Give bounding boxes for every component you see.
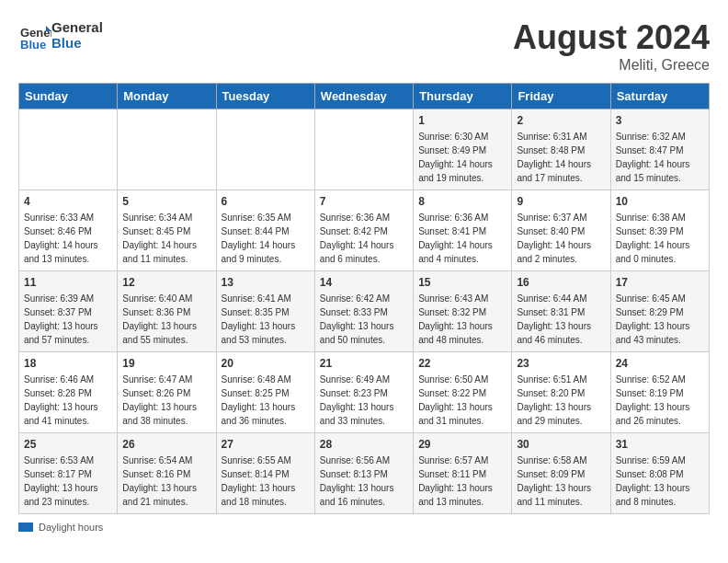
day-info: Sunrise: 6:36 AMSunset: 8:41 PMDaylight:… [418, 211, 506, 266]
main-title: August 2024 [513, 18, 710, 57]
day-number: 1 [418, 114, 506, 127]
day-info: Sunrise: 6:57 AMSunset: 8:11 PMDaylight:… [418, 454, 506, 509]
week-row-2: 4Sunrise: 6:33 AMSunset: 8:46 PMDaylight… [19, 190, 710, 271]
day-cell: 23Sunrise: 6:51 AMSunset: 8:20 PMDayligh… [512, 352, 610, 433]
day-number: 2 [517, 114, 605, 127]
subtitle: Meliti, Greece [513, 57, 710, 74]
day-cell: 26Sunrise: 6:54 AMSunset: 8:16 PMDayligh… [118, 433, 216, 514]
day-number: 19 [122, 357, 210, 370]
day-cell [216, 109, 314, 190]
daylight-legend-box [18, 523, 33, 532]
day-cell: 25Sunrise: 6:53 AMSunset: 8:17 PMDayligh… [19, 433, 118, 514]
day-number: 13 [222, 276, 310, 289]
header-wednesday: Wednesday [314, 84, 413, 109]
day-cell [19, 109, 118, 190]
day-info: Sunrise: 6:32 AMSunset: 8:47 PMDaylight:… [616, 130, 704, 185]
day-cell: 29Sunrise: 6:57 AMSunset: 8:11 PMDayligh… [414, 433, 512, 514]
day-info: Sunrise: 6:48 AMSunset: 8:25 PMDaylight:… [222, 373, 310, 428]
logo-line2: Blue [51, 35, 103, 51]
day-number: 20 [222, 357, 310, 370]
logo: General Blue General Blue [18, 18, 103, 52]
day-info: Sunrise: 6:39 AMSunset: 8:37 PMDaylight:… [24, 292, 112, 347]
day-cell: 22Sunrise: 6:50 AMSunset: 8:22 PMDayligh… [414, 352, 512, 433]
day-cell: 19Sunrise: 6:47 AMSunset: 8:26 PMDayligh… [118, 352, 216, 433]
day-cell: 1Sunrise: 6:30 AMSunset: 8:49 PMDaylight… [414, 109, 512, 190]
day-cell: 10Sunrise: 6:38 AMSunset: 8:39 PMDayligh… [610, 190, 709, 271]
day-cell [314, 109, 413, 190]
week-row-5: 25Sunrise: 6:53 AMSunset: 8:17 PMDayligh… [19, 433, 710, 514]
day-number: 14 [320, 276, 408, 289]
day-cell: 8Sunrise: 6:36 AMSunset: 8:41 PMDaylight… [414, 190, 512, 271]
day-cell: 16Sunrise: 6:44 AMSunset: 8:31 PMDayligh… [512, 271, 610, 352]
day-cell: 28Sunrise: 6:56 AMSunset: 8:13 PMDayligh… [314, 433, 413, 514]
day-cell: 9Sunrise: 6:37 AMSunset: 8:40 PMDaylight… [512, 190, 610, 271]
day-cell: 11Sunrise: 6:39 AMSunset: 8:37 PMDayligh… [19, 271, 118, 352]
day-cell: 6Sunrise: 6:35 AMSunset: 8:44 PMDaylight… [216, 190, 314, 271]
day-cell: 4Sunrise: 6:33 AMSunset: 8:46 PMDaylight… [19, 190, 118, 271]
day-info: Sunrise: 6:53 AMSunset: 8:17 PMDaylight:… [24, 454, 112, 509]
header-monday: Monday [118, 84, 216, 109]
day-info: Sunrise: 6:38 AMSunset: 8:39 PMDaylight:… [616, 211, 704, 266]
day-info: Sunrise: 6:55 AMSunset: 8:14 PMDaylight:… [222, 454, 310, 509]
day-info: Sunrise: 6:44 AMSunset: 8:31 PMDaylight:… [517, 292, 605, 347]
day-cell: 3Sunrise: 6:32 AMSunset: 8:47 PMDaylight… [610, 109, 709, 190]
day-cell: 13Sunrise: 6:41 AMSunset: 8:35 PMDayligh… [216, 271, 314, 352]
day-info: Sunrise: 6:59 AMSunset: 8:08 PMDaylight:… [616, 454, 704, 509]
day-number: 4 [24, 195, 112, 208]
header-sunday: Sunday [19, 84, 118, 109]
calendar-table: SundayMondayTuesdayWednesdayThursdayFrid… [18, 83, 710, 514]
day-cell [118, 109, 216, 190]
day-info: Sunrise: 6:45 AMSunset: 8:29 PMDaylight:… [616, 292, 704, 347]
day-info: Sunrise: 6:30 AMSunset: 8:49 PMDaylight:… [418, 130, 506, 185]
day-cell: 2Sunrise: 6:31 AMSunset: 8:48 PMDaylight… [512, 109, 610, 190]
day-info: Sunrise: 6:35 AMSunset: 8:44 PMDaylight:… [222, 211, 310, 266]
day-cell: 5Sunrise: 6:34 AMSunset: 8:45 PMDaylight… [118, 190, 216, 271]
day-info: Sunrise: 6:50 AMSunset: 8:22 PMDaylight:… [418, 373, 506, 428]
day-number: 21 [320, 357, 408, 370]
day-info: Sunrise: 6:58 AMSunset: 8:09 PMDaylight:… [517, 454, 605, 509]
page-header: General Blue General Blue August 2024 Me… [18, 18, 710, 74]
day-info: Sunrise: 6:37 AMSunset: 8:40 PMDaylight:… [517, 211, 605, 266]
day-number: 7 [320, 195, 408, 208]
day-number: 25 [24, 438, 112, 451]
day-cell: 15Sunrise: 6:43 AMSunset: 8:32 PMDayligh… [414, 271, 512, 352]
header-tuesday: Tuesday [216, 84, 314, 109]
day-number: 22 [418, 357, 506, 370]
header-saturday: Saturday [610, 84, 709, 109]
day-number: 29 [418, 438, 506, 451]
day-number: 16 [517, 276, 605, 289]
day-number: 31 [616, 438, 704, 451]
week-row-4: 18Sunrise: 6:46 AMSunset: 8:28 PMDayligh… [19, 352, 710, 433]
day-number: 28 [320, 438, 408, 451]
logo-line1: General [51, 19, 103, 35]
day-cell: 14Sunrise: 6:42 AMSunset: 8:33 PMDayligh… [314, 271, 413, 352]
day-number: 15 [418, 276, 506, 289]
day-number: 12 [122, 276, 210, 289]
day-info: Sunrise: 6:33 AMSunset: 8:46 PMDaylight:… [24, 211, 112, 266]
header-thursday: Thursday [414, 84, 512, 109]
day-number: 24 [616, 357, 704, 370]
day-info: Sunrise: 6:49 AMSunset: 8:23 PMDaylight:… [320, 373, 408, 428]
day-info: Sunrise: 6:56 AMSunset: 8:13 PMDaylight:… [320, 454, 408, 509]
title-block: August 2024 Meliti, Greece [513, 18, 710, 74]
day-cell: 18Sunrise: 6:46 AMSunset: 8:28 PMDayligh… [19, 352, 118, 433]
day-number: 10 [616, 195, 704, 208]
day-cell: 24Sunrise: 6:52 AMSunset: 8:19 PMDayligh… [610, 352, 709, 433]
day-cell: 21Sunrise: 6:49 AMSunset: 8:23 PMDayligh… [314, 352, 413, 433]
day-info: Sunrise: 6:46 AMSunset: 8:28 PMDaylight:… [24, 373, 112, 428]
day-number: 26 [122, 438, 210, 451]
day-number: 30 [517, 438, 605, 451]
day-number: 6 [222, 195, 310, 208]
day-info: Sunrise: 6:36 AMSunset: 8:42 PMDaylight:… [320, 211, 408, 266]
day-number: 5 [122, 195, 210, 208]
footer: Daylight hours [18, 522, 710, 533]
day-number: 18 [24, 357, 112, 370]
svg-text:Blue: Blue [20, 38, 46, 52]
day-cell: 12Sunrise: 6:40 AMSunset: 8:36 PMDayligh… [118, 271, 216, 352]
day-info: Sunrise: 6:47 AMSunset: 8:26 PMDaylight:… [122, 373, 210, 428]
day-info: Sunrise: 6:34 AMSunset: 8:45 PMDaylight:… [122, 211, 210, 266]
day-number: 3 [616, 114, 704, 127]
day-cell: 30Sunrise: 6:58 AMSunset: 8:09 PMDayligh… [512, 433, 610, 514]
day-number: 11 [24, 276, 112, 289]
day-cell: 20Sunrise: 6:48 AMSunset: 8:25 PMDayligh… [216, 352, 314, 433]
